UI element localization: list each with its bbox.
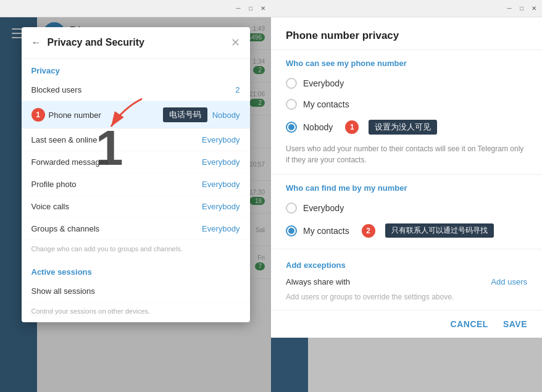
right-titlebar: ─ □ ✕	[271, 0, 542, 17]
save-button[interactable]: SAVE	[503, 319, 527, 329]
privacy-item-profile-photo[interactable]: Profile photo Everybody	[22, 173, 250, 196]
privacy-item-blocked-users[interactable]: Blocked users 2	[22, 79, 250, 101]
contacts-tooltip: 只有联系人可以通过号码寻找	[385, 223, 494, 238]
phone-dialog-body: Who can see my phone number Everybody My…	[271, 50, 542, 310]
radio-contacts-see-circle[interactable]	[286, 99, 297, 110]
nobody-tooltip: 设置为没人可见	[369, 120, 437, 135]
active-sessions-hint: Control your sessions on other devices.	[22, 302, 250, 322]
privacy-section-hint: Change who can add you to groups and cha…	[22, 240, 250, 260]
minimize-button[interactable]: ─	[233, 3, 244, 14]
phone-privacy-dialog: Phone number privacy Who can see my phon…	[271, 17, 542, 338]
step-1-right-circle: 1	[345, 120, 359, 134]
privacy-security-dialog: ← Privacy and Security ✕ Privacy Blocked…	[22, 27, 250, 322]
phone-dialog-header: Phone number privacy	[271, 17, 542, 50]
dialog-title: Privacy and Security	[48, 37, 225, 48]
privacy-item-groups-channels[interactable]: Groups & channels Everybody	[22, 218, 250, 240]
exceptions-hint: Add users or groups to override the sett…	[286, 289, 527, 301]
exceptions-section: Add exceptions Always share with Add use…	[286, 249, 527, 310]
maximize-button[interactable]: □	[245, 3, 256, 14]
dialog-header: ← Privacy and Security ✕	[22, 27, 250, 59]
privacy-item-last-seen[interactable]: Last seen & online Everybody	[22, 129, 250, 151]
radio-nobody-see-circle[interactable]	[286, 122, 297, 133]
privacy-item-phone-number[interactable]: 1 Phone number 电话号码 Nobody	[22, 101, 250, 129]
step-2-right-circle: 2	[362, 224, 375, 238]
radio-contacts-find-circle[interactable]	[286, 225, 297, 236]
privacy-item-voice-calls[interactable]: Voice calls Everybody	[22, 196, 250, 218]
phone-tooltip: 电话号码	[163, 107, 207, 122]
active-sessions-heading: Active sessions	[22, 260, 250, 280]
who-can-see-hint: Users who add your number to their conta…	[286, 140, 527, 174]
right-close-button[interactable]: ✕	[528, 3, 540, 14]
phone-dialog-title: Phone number privacy	[286, 30, 527, 42]
right-dialog-backdrop: Phone number privacy Who can see my phon…	[271, 17, 542, 392]
dialog-close-button[interactable]: ✕	[231, 36, 240, 49]
right-maximize-button[interactable]: □	[516, 3, 527, 14]
radio-nobody-see-label: Nobody	[303, 122, 333, 132]
privacy-item-forwarded-messages[interactable]: Forwarded messages Everybody	[22, 151, 250, 173]
step-1-circle: 1	[31, 108, 45, 122]
radio-everybody-find-label: Everybody	[303, 203, 344, 213]
back-button[interactable]: ←	[31, 37, 41, 48]
show-all-sessions-item[interactable]: Show all sessions	[22, 280, 250, 302]
left-window: ─ □ ✕ T TelegramWelcome! 1:495496 草 草...…	[0, 0, 271, 392]
right-minimize-button[interactable]: ─	[504, 3, 515, 14]
radio-contacts-find-label: My contacts	[303, 226, 349, 236]
who-can-see-heading: Who can see my phone number	[286, 50, 527, 73]
radio-everybody-find[interactable]: Everybody	[286, 198, 527, 219]
add-exceptions-heading: Add exceptions	[286, 258, 527, 275]
cancel-button[interactable]: CANCEL	[451, 319, 488, 329]
radio-everybody-see[interactable]: Everybody	[286, 73, 527, 94]
radio-contacts-find[interactable]: My contacts 2 只有联系人可以通过号码寻找	[286, 219, 527, 243]
always-share-row: Always share with Add users	[286, 275, 527, 289]
add-users-button[interactable]: Add users	[491, 277, 527, 286]
radio-nobody-see[interactable]: Nobody 1 设置为没人可见	[286, 115, 527, 140]
radio-everybody-see-label: Everybody	[303, 78, 344, 88]
always-share-label: Always share with	[286, 277, 350, 286]
radio-contacts-see-label: My contacts	[303, 99, 349, 109]
right-window: ─ □ ✕ TTelegramWelcome!1:49496 草草......1…	[271, 0, 542, 392]
who-can-find-heading: Who can find me by my number	[286, 175, 527, 198]
close-button[interactable]: ✕	[257, 3, 269, 14]
phone-dialog-footer: CANCEL SAVE	[271, 310, 542, 338]
radio-contacts-see[interactable]: My contacts	[286, 94, 527, 115]
dialog-backdrop: ← Privacy and Security ✕ Privacy Blocked…	[0, 17, 271, 392]
dialog-body: Privacy Blocked users 2 1 Phone number 电…	[22, 59, 250, 322]
radio-everybody-find-circle[interactable]	[286, 202, 297, 214]
left-titlebar: ─ □ ✕	[0, 0, 271, 17]
privacy-section-heading: Privacy	[22, 59, 250, 79]
radio-everybody-see-circle[interactable]	[286, 78, 297, 89]
